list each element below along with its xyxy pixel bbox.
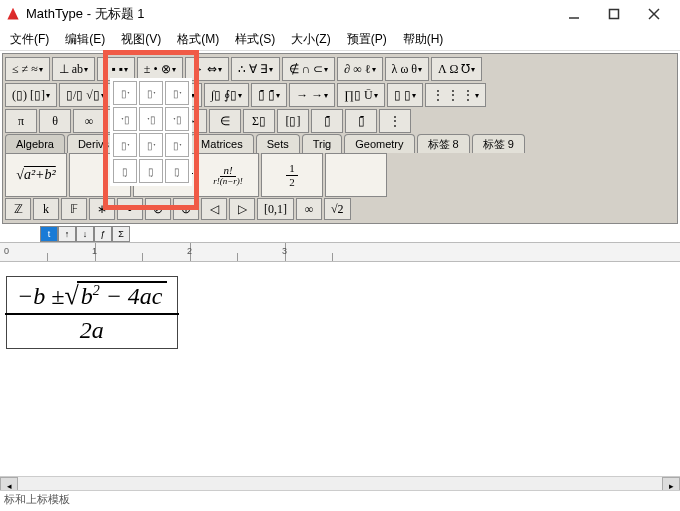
tpl-matrices[interactable]: ⋮ ⋮ ⋮▾: [425, 83, 486, 107]
mode-sym[interactable]: Σ: [112, 226, 130, 242]
palette-logic[interactable]: ∴ ∀ ∃▾: [231, 57, 280, 81]
sym-oslash[interactable]: ⊘: [145, 198, 171, 220]
titlebar: MathType - 无标题 1: [0, 0, 680, 28]
preset-sqrt-a2b2[interactable]: √a²+b²: [5, 153, 67, 197]
menu-file[interactable]: 文件(F): [2, 29, 57, 50]
maximize-button[interactable]: [594, 0, 634, 28]
template-palette-row: (▯) [▯]▾ ▯/▯ √▯▾ ▯̄ ▯̄▾ Σ▯ Σ▯▾ ∫▯ ∮▯▾ ▯̄…: [5, 82, 675, 108]
tpl-products[interactable]: ∏▯ Ū▾: [337, 83, 385, 107]
close-button[interactable]: [634, 0, 674, 28]
window-title: MathType - 无标题 1: [26, 5, 554, 23]
tab-9[interactable]: 标签 9: [472, 134, 525, 153]
sym-dots[interactable]: ⋮: [379, 109, 411, 133]
tpl-labeled-arrows[interactable]: → →▾: [289, 83, 335, 107]
sym-brack[interactable]: [▯]: [277, 109, 309, 133]
tpl-cell[interactable]: ▯ˑ: [113, 81, 137, 105]
mode-up[interactable]: ↑: [58, 226, 76, 242]
svg-rect-1: [610, 10, 619, 19]
equation-canvas[interactable]: −b ± √ b2 − 4ac 2a: [0, 262, 680, 511]
sym-pi[interactable]: π: [5, 109, 37, 133]
sym-k[interactable]: k: [33, 198, 59, 220]
ruler-mark: 3: [282, 246, 287, 256]
sym-sqrt2[interactable]: √2: [324, 198, 351, 220]
palette-misc[interactable]: ∂ ∞ ℓ▾: [337, 57, 382, 81]
sym-interval[interactable]: [0,1]: [257, 198, 294, 220]
app-logo-icon: [6, 7, 20, 21]
tab-8[interactable]: 标签 8: [417, 134, 470, 153]
toolbar-area: ≤ ≠ ≈▾ ⊥ ab▾ ▪ ▪ ▪▾ ± • ⊗▾ → ⇔▾ ∴ ∀ ∃▾ ∉…: [2, 53, 678, 224]
tpl-cell[interactable]: ˑ▯: [165, 107, 189, 131]
symbol-palette-row-1: ≤ ≠ ≈▾ ⊥ ab▾ ▪ ▪ ▪▾ ± • ⊗▾ → ⇔▾ ∴ ∀ ∃▾ ∉…: [5, 56, 675, 82]
tpl-cell[interactable]: ▯ˑ: [165, 81, 189, 105]
ruler-mark: 2: [187, 246, 192, 256]
sym-sum[interactable]: Σ▯: [243, 109, 275, 133]
sym-in[interactable]: ∈: [209, 109, 241, 133]
menu-help[interactable]: 帮助(H): [395, 29, 452, 50]
preset-empty[interactable]: [325, 153, 387, 197]
minimize-button[interactable]: [554, 0, 594, 28]
mode-down[interactable]: ↓: [76, 226, 94, 242]
sym-circ[interactable]: ∘: [117, 198, 143, 220]
sym-infty[interactable]: ∞: [73, 109, 105, 133]
tpl-cell[interactable]: ▯̣: [139, 159, 163, 183]
mode-text[interactable]: t: [40, 226, 58, 242]
menu-format[interactable]: 格式(M): [169, 29, 227, 50]
tpl-fractions[interactable]: ▯/▯ √▯▾: [59, 83, 112, 107]
palette-greek-upper[interactable]: Λ Ω ℧▾: [431, 57, 482, 81]
sym-rtri[interactable]: ▷: [229, 198, 255, 220]
tpl-cell[interactable]: ▯ˑ: [165, 133, 189, 157]
quick-symbol-row: π θ ∞ − ± · → ∈ Σ▯ [▯] ▯̄ ▯̄ ⋮: [5, 108, 675, 134]
sym-ltri[interactable]: ◁: [201, 198, 227, 220]
mode-func[interactable]: ƒ: [94, 226, 112, 242]
size-mode-row: t ↑ ↓ ƒ Σ: [0, 226, 680, 242]
menu-style[interactable]: 样式(S): [227, 29, 283, 50]
sym-theta[interactable]: θ: [39, 109, 71, 133]
tab-matrices[interactable]: Matrices: [190, 134, 254, 153]
palette-spaces[interactable]: ⊥ ab▾: [52, 57, 95, 81]
horizontal-ruler[interactable]: 0 1 2 3: [0, 242, 680, 262]
sym-infty2[interactable]: ∞: [296, 198, 322, 220]
tpl-integrals[interactable]: ∫▯ ∮▯▾: [204, 83, 249, 107]
tpl-cell[interactable]: ˑ▯: [139, 107, 163, 131]
menu-view[interactable]: 视图(V): [113, 29, 169, 50]
sym-over1[interactable]: ▯̄: [311, 109, 343, 133]
tab-trig[interactable]: Trig: [302, 134, 343, 153]
tpl-cell[interactable]: ▯ˑ: [113, 133, 137, 157]
status-bar: 标和上标模板: [0, 490, 680, 511]
ruler-mark: 1: [92, 246, 97, 256]
sym-Z[interactable]: ℤ: [5, 198, 31, 220]
tab-geometry[interactable]: Geometry: [344, 134, 414, 153]
palette-set[interactable]: ∉ ∩ ⊂▾: [282, 57, 336, 81]
menubar: 文件(F) 编辑(E) 视图(V) 格式(M) 样式(S) 大小(Z) 预置(P…: [0, 28, 680, 51]
misc-symbol-row: ℤ k 𝔽 ∗ ∘ ⊘ ⊕ ◁ ▷ [0,1] ∞ √2: [5, 197, 675, 221]
equation-quadratic-formula[interactable]: −b ± √ b2 − 4ac 2a: [6, 276, 178, 349]
equation-preset-row: √a²+b² −b±√(b²−4ac) 2a n! r!(n−r)!: [5, 153, 675, 197]
tpl-fences[interactable]: (▯) [▯]▾: [5, 83, 57, 107]
preset-combination[interactable]: n! r!(n−r)!: [197, 153, 259, 197]
tpl-cell[interactable]: ▯ˑ: [139, 133, 163, 157]
tab-sets[interactable]: Sets: [256, 134, 300, 153]
tpl-cell[interactable]: ▯̣: [113, 159, 137, 183]
sym-oplus[interactable]: ⊕: [173, 198, 199, 220]
menu-size[interactable]: 大小(Z): [283, 29, 338, 50]
sym-ast[interactable]: ∗: [89, 198, 115, 220]
subsup-template-dropdown[interactable]: ▯ˑ ▯ˑ ▯ˑ ˑ▯ ˑ▯ ˑ▯ ▯ˑ ▯ˑ ▯ˑ ▯̣ ▯̣ ▯̣: [110, 78, 192, 186]
tpl-cell[interactable]: ▯ˑ: [139, 81, 163, 105]
tpl-hats[interactable]: ▯ ▯▾: [387, 83, 423, 107]
palette-relations[interactable]: ≤ ≠ ≈▾: [5, 57, 50, 81]
menu-preset[interactable]: 预置(P): [339, 29, 395, 50]
preset-one-half[interactable]: 1 2: [261, 153, 323, 197]
tpl-cell[interactable]: ▯̣: [165, 159, 189, 183]
tpl-cell[interactable]: ˑ▯: [113, 107, 137, 131]
tpl-overunder[interactable]: ▯̄ ▯̄▾: [251, 83, 287, 107]
palette-greek-lower[interactable]: λ ω θ▾: [385, 57, 429, 81]
toolbar-tabs: Algebra Derivs Statistics Matrices Sets …: [5, 134, 675, 153]
tab-algebra[interactable]: Algebra: [5, 134, 65, 153]
ruler-mark: 0: [4, 246, 9, 256]
sym-over2[interactable]: ▯̄: [345, 109, 377, 133]
menu-edit[interactable]: 编辑(E): [57, 29, 113, 50]
sym-F[interactable]: 𝔽: [61, 198, 87, 220]
